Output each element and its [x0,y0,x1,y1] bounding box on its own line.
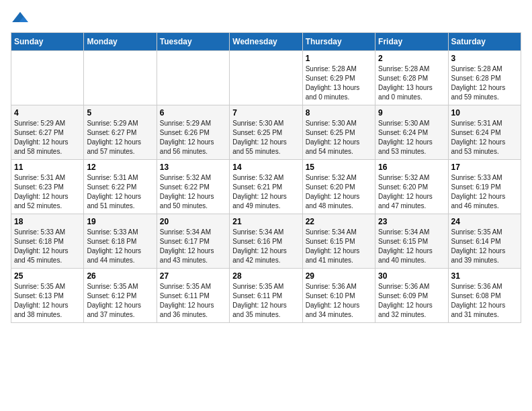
calendar-cell: 11Sunrise: 5:31 AM Sunset: 6:23 PM Dayli… [11,160,84,214]
day-info: Sunrise: 5:34 AM Sunset: 6:15 PM Dayligh… [378,228,445,265]
day-number: 16 [378,163,445,172]
calendar-cell [84,51,157,105]
day-number: 10 [451,108,518,118]
day-info: Sunrise: 5:35 AM Sunset: 6:11 PM Dayligh… [160,282,226,320]
logo-icon [11,11,30,26]
calendar-cell: 15Sunrise: 5:32 AM Sunset: 6:20 PM Dayli… [302,160,375,214]
day-info: Sunrise: 5:28 AM Sunset: 6:28 PM Dayligh… [378,64,445,102]
calendar-cell [157,51,229,105]
calendar-cell: 20Sunrise: 5:34 AM Sunset: 6:17 PM Dayli… [157,214,229,269]
day-info: Sunrise: 5:31 AM Sunset: 6:23 PM Dayligh… [14,173,81,211]
day-number: 19 [87,217,153,226]
calendar-cell: 26Sunrise: 5:35 AM Sunset: 6:12 PM Dayli… [84,269,157,323]
day-number: 9 [378,108,445,118]
day-number: 17 [451,163,518,172]
day-number: 28 [232,271,299,281]
calendar-cell: 5Sunrise: 5:29 AM Sunset: 6:27 PM Daylig… [84,105,157,160]
day-info: Sunrise: 5:33 AM Sunset: 6:18 PM Dayligh… [14,228,81,265]
day-number: 21 [232,217,299,226]
calendar-cell [11,51,84,105]
day-info: Sunrise: 5:32 AM Sunset: 6:21 PM Dayligh… [232,173,299,211]
day-number: 18 [14,217,81,226]
calendar-cell: 21Sunrise: 5:34 AM Sunset: 6:16 PM Dayli… [230,214,302,269]
header-monday: Monday [84,33,157,51]
calendar-cell: 16Sunrise: 5:32 AM Sunset: 6:20 PM Dayli… [375,160,448,214]
day-number: 31 [451,271,518,281]
day-number: 1 [306,54,372,63]
calendar-table: SundayMondayTuesdayWednesdayThursdayFrid… [11,32,521,323]
day-number: 14 [232,163,299,172]
calendar-week-row: 11Sunrise: 5:31 AM Sunset: 6:23 PM Dayli… [11,160,521,214]
day-info: Sunrise: 5:31 AM Sunset: 6:24 PM Dayligh… [451,119,518,156]
calendar-cell: 9Sunrise: 5:30 AM Sunset: 6:24 PM Daylig… [375,105,448,160]
calendar-cell: 4Sunrise: 5:29 AM Sunset: 6:27 PM Daylig… [11,105,84,160]
calendar-week-row: 18Sunrise: 5:33 AM Sunset: 6:18 PM Dayli… [11,214,521,269]
day-info: Sunrise: 5:30 AM Sunset: 6:24 PM Dayligh… [378,119,445,156]
header-saturday: Saturday [448,33,521,51]
calendar-cell: 7Sunrise: 5:30 AM Sunset: 6:25 PM Daylig… [230,105,302,160]
calendar-cell: 28Sunrise: 5:35 AM Sunset: 6:11 PM Dayli… [230,269,302,323]
calendar-cell: 12Sunrise: 5:31 AM Sunset: 6:22 PM Dayli… [84,160,157,214]
day-info: Sunrise: 5:29 AM Sunset: 6:27 PM Dayligh… [14,119,81,156]
day-info: Sunrise: 5:36 AM Sunset: 6:09 PM Dayligh… [378,282,445,320]
calendar-cell: 23Sunrise: 5:34 AM Sunset: 6:15 PM Dayli… [375,214,448,269]
calendar-cell: 14Sunrise: 5:32 AM Sunset: 6:21 PM Dayli… [230,160,302,214]
day-number: 7 [232,108,299,118]
day-number: 3 [451,54,518,63]
calendar-cell: 2Sunrise: 5:28 AM Sunset: 6:28 PM Daylig… [375,51,448,105]
day-info: Sunrise: 5:33 AM Sunset: 6:18 PM Dayligh… [87,228,153,265]
day-info: Sunrise: 5:35 AM Sunset: 6:14 PM Dayligh… [451,228,518,265]
day-number: 12 [87,163,153,172]
day-info: Sunrise: 5:33 AM Sunset: 6:19 PM Dayligh… [451,173,518,211]
calendar-cell: 18Sunrise: 5:33 AM Sunset: 6:18 PM Dayli… [11,214,84,269]
day-info: Sunrise: 5:34 AM Sunset: 6:17 PM Dayligh… [160,228,226,265]
day-info: Sunrise: 5:31 AM Sunset: 6:22 PM Dayligh… [87,173,153,211]
calendar-week-row: 1Sunrise: 5:28 AM Sunset: 6:29 PM Daylig… [11,51,521,105]
header-thursday: Thursday [302,33,375,51]
day-number: 29 [306,271,372,281]
day-number: 2 [378,54,445,63]
header-wednesday: Wednesday [230,33,302,51]
day-info: Sunrise: 5:34 AM Sunset: 6:15 PM Dayligh… [306,228,372,265]
day-number: 30 [378,271,445,281]
day-number: 8 [306,108,372,118]
page-header [11,11,521,26]
day-info: Sunrise: 5:30 AM Sunset: 6:25 PM Dayligh… [232,119,299,156]
calendar-cell: 3Sunrise: 5:28 AM Sunset: 6:28 PM Daylig… [448,51,521,105]
day-info: Sunrise: 5:35 AM Sunset: 6:12 PM Dayligh… [87,282,153,320]
calendar-cell: 10Sunrise: 5:31 AM Sunset: 6:24 PM Dayli… [448,105,521,160]
calendar-cell: 31Sunrise: 5:36 AM Sunset: 6:08 PM Dayli… [448,269,521,323]
header-friday: Friday [375,33,448,51]
calendar-cell: 13Sunrise: 5:32 AM Sunset: 6:22 PM Dayli… [157,160,229,214]
day-number: 11 [14,163,81,172]
logo [11,11,32,26]
day-number: 15 [306,163,372,172]
day-number: 25 [14,271,81,281]
day-info: Sunrise: 5:32 AM Sunset: 6:22 PM Dayligh… [160,173,226,211]
day-info: Sunrise: 5:29 AM Sunset: 6:27 PM Dayligh… [87,119,153,156]
calendar-cell: 19Sunrise: 5:33 AM Sunset: 6:18 PM Dayli… [84,214,157,269]
day-info: Sunrise: 5:29 AM Sunset: 6:26 PM Dayligh… [160,119,226,156]
day-number: 13 [160,163,226,172]
calendar-cell: 24Sunrise: 5:35 AM Sunset: 6:14 PM Dayli… [448,214,521,269]
day-number: 26 [87,271,153,281]
calendar-cell: 22Sunrise: 5:34 AM Sunset: 6:15 PM Dayli… [302,214,375,269]
day-number: 22 [306,217,372,226]
calendar-cell: 6Sunrise: 5:29 AM Sunset: 6:26 PM Daylig… [157,105,229,160]
calendar-cell: 8Sunrise: 5:30 AM Sunset: 6:25 PM Daylig… [302,105,375,160]
header-tuesday: Tuesday [157,33,229,51]
calendar-cell: 27Sunrise: 5:35 AM Sunset: 6:11 PM Dayli… [157,269,229,323]
day-info: Sunrise: 5:35 AM Sunset: 6:11 PM Dayligh… [232,282,299,320]
day-number: 24 [451,217,518,226]
day-number: 27 [160,271,226,281]
day-number: 6 [160,108,226,118]
day-info: Sunrise: 5:32 AM Sunset: 6:20 PM Dayligh… [378,173,445,211]
calendar-cell [230,51,302,105]
calendar-cell: 30Sunrise: 5:36 AM Sunset: 6:09 PM Dayli… [375,269,448,323]
calendar-week-row: 4Sunrise: 5:29 AM Sunset: 6:27 PM Daylig… [11,105,521,160]
calendar-cell: 17Sunrise: 5:33 AM Sunset: 6:19 PM Dayli… [448,160,521,214]
day-number: 20 [160,217,226,226]
calendar-header-row: SundayMondayTuesdayWednesdayThursdayFrid… [11,33,521,51]
day-info: Sunrise: 5:28 AM Sunset: 6:28 PM Dayligh… [451,64,518,102]
day-info: Sunrise: 5:35 AM Sunset: 6:13 PM Dayligh… [14,282,81,320]
